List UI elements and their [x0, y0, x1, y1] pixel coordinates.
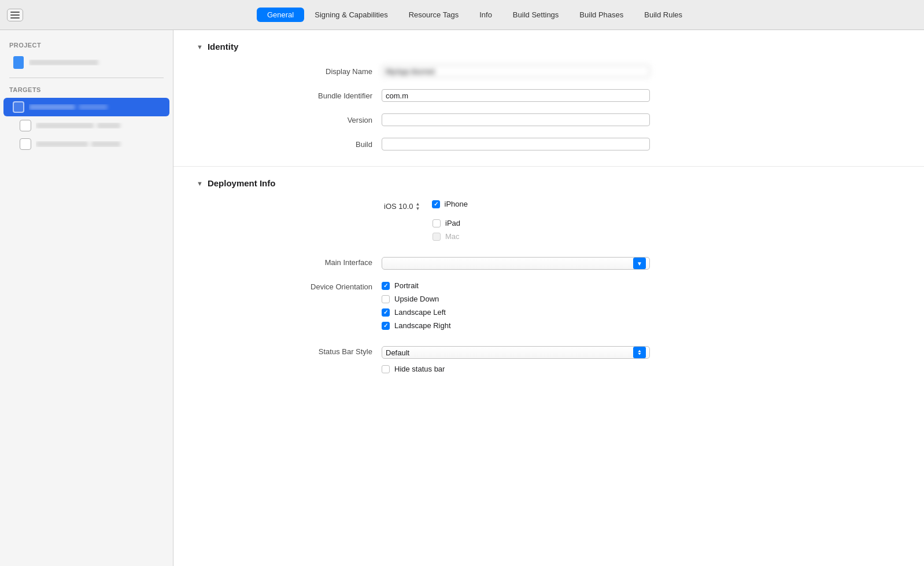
landscape-left-checkbox-row: ✓ Landscape Left: [382, 308, 901, 317]
portrait-checkbox[interactable]: ✓: [382, 282, 390, 290]
portrait-checkmark-icon: ✓: [383, 283, 388, 289]
main-interface-label: Main Interface: [197, 257, 382, 267]
deployment-section-header: ▼ Deployment Info: [197, 178, 901, 188]
ios-version-field-label: [197, 200, 382, 201]
content-area: ▼ Identity Display Name Bundle Identifie…: [173, 30, 924, 566]
landscape-right-checkbox[interactable]: ✓: [382, 322, 390, 330]
target-ext1-icon: [20, 120, 31, 131]
identity-section-title: Identity: [208, 42, 238, 52]
hide-status-bar-label: Hide status bar: [394, 365, 445, 373]
device-orientation-label: Device Orientation: [197, 281, 382, 291]
target-app-icon: [13, 101, 24, 113]
mac-label: Mac: [445, 232, 460, 241]
identity-section: ▼ Identity Display Name Bundle Identifie…: [173, 30, 924, 167]
hide-status-bar-checkbox-row: Hide status bar: [382, 365, 901, 373]
status-bar-style-dropdown-arrow-icon: [633, 347, 646, 358]
build-label: Build: [197, 140, 382, 149]
landscape-right-label: Landscape Right: [394, 321, 451, 330]
mac-checkbox[interactable]: [433, 233, 441, 241]
sidebar-toggle-button[interactable]: [7, 9, 23, 21]
build-row: Build 1: [197, 136, 901, 152]
main-interface-content: ▼: [382, 257, 901, 270]
iphone-checkbox[interactable]: ✓: [432, 200, 440, 208]
bundle-identifier-input[interactable]: [382, 89, 650, 102]
bundle-id-row: Bundle Identifier: [197, 87, 901, 104]
hide-status-bar-checkbox[interactable]: [382, 365, 390, 373]
targets-section-label: TARGETS: [0, 84, 173, 98]
ipad-checkbox-row: iPad: [433, 219, 901, 227]
tab-build-rules[interactable]: Build Rules: [634, 8, 693, 22]
ipad-label: iPad: [445, 219, 460, 227]
landscape-left-label: Landscape Left: [394, 308, 446, 317]
iphone-checkmark-icon: ✓: [434, 201, 438, 207]
stepper-arrows-icon: ▲ ▼: [416, 202, 420, 211]
ios-device-row: iOS 10.0 ▲ ▼ ✓ iPhone: [197, 200, 901, 245]
tab-build-settings[interactable]: Build Settings: [502, 8, 570, 22]
main-layout: PROJECT TARGETS: [0, 30, 924, 566]
sidebar: PROJECT TARGETS: [0, 30, 173, 566]
upside-down-checkbox[interactable]: [382, 295, 390, 303]
sidebar-item-target-main[interactable]: [3, 98, 169, 116]
project-section-label: PROJECT: [0, 39, 173, 53]
display-name-row: Display Name: [197, 63, 901, 79]
sidebar-divider: [9, 78, 164, 78]
deployment-section: ▼ Deployment Info iOS 10.0 ▲ ▼: [173, 167, 924, 401]
target-ext1-text: [36, 123, 160, 128]
status-bar-style-dropdown[interactable]: Default: [382, 346, 650, 359]
portrait-label: Portrait: [394, 281, 419, 290]
landscape-left-checkmark-icon: ✓: [383, 310, 388, 315]
status-bar-style-value: Default: [386, 348, 633, 357]
identity-chevron-icon[interactable]: ▼: [197, 43, 203, 50]
version-row: Version 1.0: [197, 112, 901, 128]
iphone-label: iPhone: [445, 200, 468, 208]
bundle-identifier-label: Bundle Identifier: [197, 91, 382, 100]
sidebar-item-target-ext1[interactable]: [3, 116, 169, 135]
tab-signing[interactable]: Signing & Capabilities: [304, 8, 398, 22]
status-bar-style-content: Default Hide status bar: [382, 346, 901, 378]
iphone-checkbox-row: ✓ iPhone: [432, 200, 468, 208]
deployment-section-title: Deployment Info: [208, 178, 276, 188]
upside-down-checkbox-row: Upside Down: [382, 295, 901, 303]
version-label: Version: [197, 116, 382, 124]
mac-checkbox-row: Mac: [433, 232, 901, 241]
status-bar-style-row: Status Bar Style Default: [197, 346, 901, 378]
device-orientation-content: ✓ Portrait Upside Down ✓ Landscape Left: [382, 281, 901, 335]
display-name-label: Display Name: [197, 67, 382, 76]
device-orientation-row: Device Orientation ✓ Portrait Upside Dow…: [197, 281, 901, 335]
project-icon: [13, 57, 24, 68]
deployment-chevron-icon[interactable]: ▼: [197, 180, 203, 187]
upside-down-label: Upside Down: [394, 295, 439, 303]
target-ext2-icon: [20, 138, 31, 150]
nav-tabs: General Signing & Capabilities Resource …: [32, 8, 917, 22]
build-input[interactable]: 1: [382, 138, 650, 150]
display-name-input[interactable]: [382, 65, 650, 78]
ios-version-selector[interactable]: iOS 10.0 ▲ ▼: [382, 201, 423, 212]
project-item-text: [29, 60, 160, 65]
version-input[interactable]: 1.0: [382, 113, 650, 126]
portrait-checkbox-row: ✓ Portrait: [382, 281, 901, 290]
identity-section-header: ▼ Identity: [197, 42, 901, 52]
tab-build-phases[interactable]: Build Phases: [569, 8, 634, 22]
sidebar-item-target-ext2[interactable]: [3, 135, 169, 153]
toolbar: General Signing & Capabilities Resource …: [0, 0, 924, 30]
target-main-text: [29, 104, 160, 110]
status-bar-style-label: Status Bar Style: [197, 346, 382, 356]
target-ext2-text: [36, 141, 160, 147]
tab-resource-tags[interactable]: Resource Tags: [398, 8, 469, 22]
sidebar-toggle-icon: [10, 12, 20, 19]
main-interface-row: Main Interface ▼: [197, 257, 901, 270]
landscape-left-checkbox[interactable]: ✓: [382, 308, 390, 317]
ipad-checkbox[interactable]: [433, 219, 441, 227]
landscape-right-checkbox-row: ✓ Landscape Right: [382, 321, 901, 330]
ios-device-content: iOS 10.0 ▲ ▼ ✓ iPhone: [382, 200, 901, 245]
tab-general[interactable]: General: [257, 8, 304, 22]
main-interface-dropdown-arrow-icon: ▼: [633, 258, 646, 269]
tab-info[interactable]: Info: [469, 8, 502, 22]
sidebar-item-project[interactable]: [3, 53, 169, 72]
ios-version-label: iOS 10.0: [384, 202, 413, 211]
main-interface-dropdown[interactable]: ▼: [382, 257, 650, 270]
landscape-right-checkmark-icon: ✓: [383, 323, 388, 329]
